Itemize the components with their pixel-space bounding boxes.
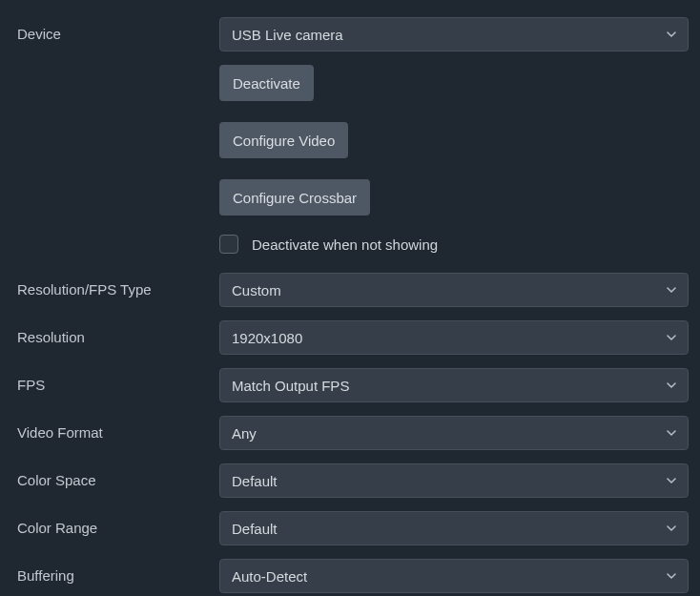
chevron-down-icon (667, 382, 676, 388)
color-range-label: Color Range (17, 511, 219, 536)
configure-video-button[interactable]: Configure Video (219, 122, 348, 158)
chevron-down-icon (667, 335, 676, 340)
video-format-select[interactable]: Any (219, 416, 689, 450)
resolution-value: 1920x1080 (232, 330, 302, 346)
video-format-value: Any (232, 425, 257, 442)
chevron-down-icon (667, 525, 676, 531)
configure-crossbar-button[interactable]: Configure Crossbar (219, 179, 370, 216)
deactivate-when-not-showing-checkbox[interactable] (219, 235, 238, 254)
color-space-value: Default (232, 473, 278, 489)
buffering-label: Buffering (17, 559, 219, 584)
device-select-value: USB Live camera (232, 27, 343, 43)
resolution-label: Resolution (17, 320, 219, 345)
chevron-down-icon (667, 430, 676, 436)
device-row: Device USB Live camera Deactivate Config… (17, 17, 689, 259)
device-select[interactable]: USB Live camera (219, 17, 689, 51)
resolution-fps-type-row: Resolution/FPS Type Custom (17, 273, 689, 307)
resolution-fps-type-select[interactable]: Custom (219, 273, 689, 307)
buffering-value: Auto-Detect (232, 568, 307, 585)
buffering-select[interactable]: Auto-Detect (219, 559, 689, 593)
color-space-row: Color Space Default (17, 463, 689, 498)
resolution-fps-type-label: Resolution/FPS Type (17, 273, 219, 298)
capture-device-settings-form: Device USB Live camera Deactivate Config… (17, 17, 689, 593)
deactivate-button[interactable]: Deactivate (219, 65, 314, 101)
device-label: Device (17, 17, 219, 42)
fps-label: FPS (17, 368, 219, 393)
fps-select[interactable]: Match Output FPS (219, 368, 689, 402)
deactivate-when-not-showing-label[interactable]: Deactivate when not showing (252, 236, 438, 253)
chevron-down-icon (667, 478, 676, 483)
color-range-select[interactable]: Default (219, 511, 689, 545)
color-range-row: Color Range Default (17, 511, 689, 545)
color-range-value: Default (232, 521, 278, 537)
chevron-down-icon (667, 573, 676, 579)
color-space-label: Color Space (17, 463, 219, 488)
deactivate-when-not-showing-row: Deactivate when not showing (219, 235, 689, 254)
color-space-select[interactable]: Default (219, 463, 689, 498)
resolution-select[interactable]: 1920x1080 (219, 320, 689, 355)
video-format-label: Video Format (17, 416, 219, 441)
chevron-down-icon (667, 287, 676, 293)
video-format-row: Video Format Any (17, 416, 689, 450)
resolution-fps-type-value: Custom (232, 282, 281, 298)
chevron-down-icon (667, 31, 676, 37)
fps-row: FPS Match Output FPS (17, 368, 689, 402)
fps-value: Match Output FPS (232, 378, 349, 394)
resolution-row: Resolution 1920x1080 (17, 320, 689, 355)
buffering-row: Buffering Auto-Detect (17, 559, 689, 593)
